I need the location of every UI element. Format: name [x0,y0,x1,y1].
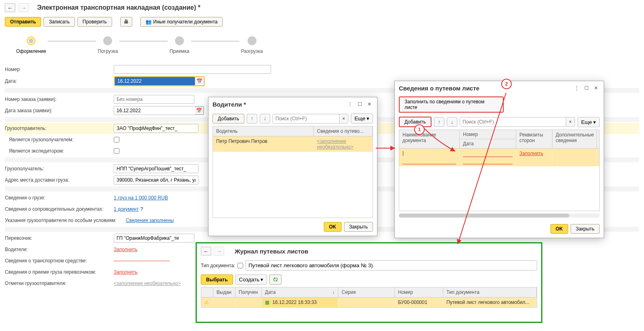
more-label: Еще [354,115,365,122]
col-number-header[interactable]: Номер [395,287,443,297]
move-up-button[interactable]: ↑ [434,117,444,127]
doc-type-label: Тип документа: [201,263,235,268]
add-driver-button[interactable]: Добавить [213,114,244,124]
help-icon[interactable]: ? [140,206,143,212]
col-parties-header[interactable]: Реквизиты сторон [516,130,552,148]
move-down-button[interactable]: ↓ [447,117,457,127]
select-button[interactable]: Выбрать [201,274,233,285]
col-date-header[interactable]: Дата [460,139,516,148]
drivers-close-button[interactable]: Закрыть [344,222,373,232]
accomp-docs-link[interactable]: 1 документ [114,206,139,212]
more-menu-button[interactable]: Еще ▾ [351,113,373,124]
create-button[interactable]: Создать ▾ [236,274,267,285]
move-down-button[interactable]: ↓ [260,114,270,124]
chevron-down-icon: ▾ [593,119,596,125]
print-icon: 🖶 [124,19,129,25]
drivers-grid: Водитель Сведения о путево... Петр Петро… [213,126,373,218]
step-loading[interactable]: Погрузка [98,36,118,54]
col-additional-header[interactable]: Дополнительные сведения [552,130,597,148]
consignee-input[interactable] [114,164,198,173]
move-up-button[interactable]: ↑ [247,114,257,124]
driver-col-header[interactable]: Водитель [213,126,314,136]
dialog-more-icon[interactable]: ⋮ [573,84,580,92]
other-recipients-button[interactable]: 👥 Иные получатели документа [140,17,223,27]
more-menu-button[interactable]: Еще ▾ [577,117,600,127]
waybill-close-button[interactable]: Закрыть [571,224,600,234]
close-icon[interactable]: ✕ [592,84,600,92]
nav-forward-button[interactable]: → [19,3,29,12]
save-button[interactable]: Записать [44,17,75,27]
doc-type-checkbox[interactable] [238,263,243,268]
step-circle-icon [103,36,112,45]
col-number-header[interactable]: Номер [460,130,516,139]
drivers-fill-link[interactable]: Заполнить [114,247,138,252]
step-registration[interactable]: Оформление [16,36,46,54]
col-name-header[interactable]: Наименование документа [399,130,460,148]
fill-by-waybill-button[interactable]: Заполнить по сведениям о путевом листе [399,96,504,113]
step-acceptance[interactable]: Приемка [169,36,189,54]
number-label: Номер [5,67,114,72]
col-doctype-header[interactable]: Тип документа [443,287,537,297]
col-series-header[interactable]: Серия [338,287,395,297]
clear-search-button[interactable]: × [339,114,348,123]
waybill-row[interactable]: | Заполнить [399,149,599,166]
carrier-input[interactable] [114,234,194,243]
driver-waybill-link[interactable]: <заполнение необязательно> [317,138,353,150]
cargo-info-link[interactable]: 1 груз на 1 000 000 RUB [114,195,168,201]
is-consignee-checkbox[interactable] [114,137,119,142]
create-label: Создать [239,277,260,283]
step-unloading[interactable]: Разгрузка [241,36,263,54]
close-icon[interactable]: ✕ [366,101,373,108]
parties-fill-link[interactable]: Заполнить [519,151,543,156]
calendar-button[interactable]: 📅 [195,77,204,86]
waybill-col-header[interactable]: Сведения о путево... [314,126,373,136]
order-number-label: Номер заказа (заявки): [5,96,114,102]
print-button[interactable]: 🖶 [120,17,132,27]
refresh-button[interactable]: 🗘 [269,274,281,285]
nav-forward-button[interactable]: → [214,247,224,256]
check-button[interactable]: Проверить [77,17,112,27]
acceptance-fill-link[interactable]: Заполнить [114,269,138,275]
driver-row[interactable]: Петр Петрович Петров <заполнение необяза… [213,136,373,152]
journal-row[interactable]: ⚠ ▦ 16.12.2022 16:33:33 БУ00-000001 Путе… [201,297,537,307]
empty-date-field [463,159,513,165]
order-date-label: Дата заказа (заявки): [5,108,114,113]
arrow-down-icon: ↓ [264,115,267,122]
acceptance-info-label: Сведения о приеме груза перевозчиком: [5,269,114,275]
nav-back-button[interactable]: ← [201,247,211,256]
waybill-ok-button[interactable]: OK [550,224,568,234]
delivery-address-input[interactable] [114,176,198,184]
order-number-input[interactable] [114,95,194,104]
dialog-maximize-icon[interactable]: ☐ [356,101,363,108]
calendar-button[interactable]: 📅 [195,107,204,115]
shipper-marks-link[interactable]: <заполнение необязательно> [114,281,181,286]
col-date-header[interactable]: Дата ↓ [262,287,338,297]
nav-back-button[interactable]: ← [5,3,15,12]
date-input[interactable] [115,77,195,86]
step-circle-icon [175,36,184,45]
arrow-down-icon: ↓ [451,119,454,125]
clear-search-button[interactable]: × [566,117,575,126]
waybill-dialog-title: Сведения о путевом листе [399,85,571,92]
waybill-search-input[interactable] [460,117,566,126]
dialog-maximize-icon[interactable]: ☐ [583,84,590,92]
more-label: Еще [581,119,592,125]
add-waybill-button[interactable]: Добавить [399,117,431,127]
col-issued-header[interactable]: Выдан [213,287,236,297]
progress-stepper: Оформление Погрузка Приемка Разгрузка [0,31,644,62]
row-number-cell: БУ00-000001 [395,297,443,307]
dialog-more-icon[interactable]: ⋮ [346,101,354,108]
drivers-label: Водители: [5,247,114,252]
drivers-dialog-title: Водители * [213,101,344,108]
order-date-input[interactable] [114,107,195,115]
shipper-input[interactable] [114,124,198,133]
is-forwarder-checkbox[interactable] [114,148,119,154]
number-input[interactable] [114,65,271,74]
driver-search-input[interactable] [273,114,339,123]
drivers-ok-button[interactable]: OK [324,222,342,232]
horizontal-scrollbar[interactable] [399,214,600,218]
send-button[interactable]: Отправить [5,17,41,27]
col-received-header[interactable]: Получен [236,287,262,297]
special-instructions-link[interactable]: Сведения заполнены [126,218,174,223]
doc-type-input[interactable] [246,260,537,270]
